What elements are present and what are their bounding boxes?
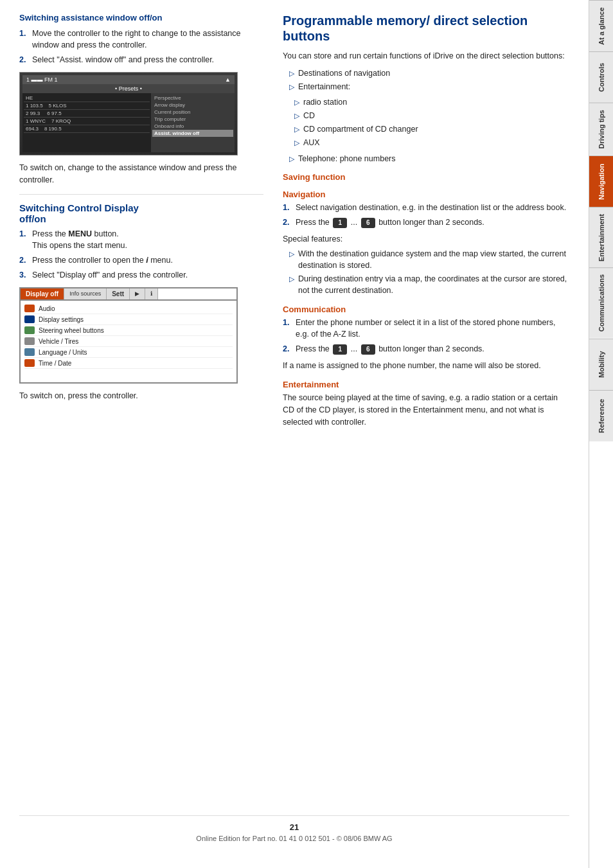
sidebar: At a glance Controls Driving tips Naviga… (589, 0, 613, 868)
entertainment-sub-list: ▷ radio station ▷ CD ▷ CD compartment of… (294, 96, 569, 149)
display-off-screenshot: Display off Info sources Sett ▶ ℹ Audio (19, 287, 238, 384)
sidebar-tab-at-a-glance[interactable]: At a glance (589, 0, 613, 51)
entertainment-text: The source being played at the time of s… (283, 392, 569, 428)
info-sources-tab: Info sources (64, 288, 107, 299)
sidebar-tab-controls[interactable]: Controls (589, 51, 613, 103)
display-off-tab: Display off (21, 288, 64, 299)
step-item: 3. Select "Display off" and press the co… (19, 269, 263, 281)
phone-bullet-list: ▷ Telephone: phone numbers (289, 153, 569, 164)
right-main-heading: Programmable memory/ direct selection bu… (283, 13, 569, 44)
comm-outro: If a name is assigned to the phone numbe… (283, 360, 569, 372)
comm-step-1: 1. Enter the phone number or select it i… (283, 317, 569, 340)
info-tab: ℹ (145, 288, 158, 299)
sidebar-tab-reference[interactable]: Reference (589, 390, 613, 441)
vehicle-icon (24, 337, 35, 345)
bullet-phone: ▷ Telephone: phone numbers (289, 153, 569, 164)
navigation-subheading: Navigation (283, 190, 569, 199)
nav-step-2: 2. Press the 1 ... 6 button longer than … (283, 217, 569, 229)
audio-icon (24, 305, 35, 312)
screen-menu-list: Audio Display settings Steering wheel bu… (21, 301, 236, 371)
vehicle-item: Vehicle / Tires (24, 336, 233, 347)
nav-special-1: ▷ With the destination guidance system a… (289, 248, 569, 271)
comm-steps: 1. Enter the phone number or select it i… (283, 317, 569, 355)
step-item: 2. Press the controller to open the i me… (19, 254, 263, 266)
comm-step-2: 2. Press the 1 ... 6 button longer than … (283, 343, 569, 355)
section-control-display: Switching Control Displayoff/on 1. Press… (19, 202, 263, 402)
sidebar-tab-mobility[interactable]: Mobility (589, 339, 613, 390)
entertainment-subheading: Entertainment (283, 380, 569, 389)
btn-1-comm-badge: 1 (333, 344, 347, 355)
nav-special-list: ▷ With the destination guidance system a… (289, 248, 569, 297)
screen-tabs: Display off Info sources Sett ▶ ℹ (21, 288, 236, 301)
assistance-window-heading: Switching assistance window off/on (19, 13, 263, 22)
sidebar-tab-driving-tips[interactable]: Driving tips (589, 103, 613, 155)
bullet-cd: ▷ CD (294, 110, 569, 121)
steering-icon (24, 326, 35, 334)
right-intro: You can store and run certain functions … (283, 50, 569, 62)
time-item: Time / Date (24, 358, 233, 369)
step-item: 1. Press the MENU button.This opens the … (19, 228, 263, 251)
btn-6-badge: 6 (361, 218, 375, 229)
control-display-steps: 1. Press the MENU button.This opens the … (19, 228, 263, 281)
sidebar-tab-navigation[interactable]: Navigation (589, 155, 613, 207)
display-outro: To switch on, press the controller. (19, 390, 263, 402)
audio-item: Audio (24, 303, 233, 314)
bullet-aux: ▷ AUX (294, 137, 569, 148)
btn-1-badge: 1 (333, 218, 347, 229)
time-icon (24, 359, 35, 367)
language-item: Language / Units (24, 347, 233, 358)
section-assistance-window: Switching assistance window off/on 1. Mo… (19, 13, 263, 186)
page-number: 21 (19, 822, 569, 832)
communication-subheading: Communication (283, 305, 569, 314)
assistance-outro: To switch on, change to the assistance w… (19, 162, 263, 186)
saving-heading: Saving function (283, 172, 569, 182)
bullet-radio: ▷ radio station (294, 96, 569, 108)
special-features-label: Special features: (283, 233, 569, 245)
display-icon (24, 315, 35, 323)
sidebar-tab-communications[interactable]: Communications (589, 267, 613, 338)
nav-step-1: 1. Select navigation destination, e.g. i… (283, 202, 569, 213)
assistance-window-steps: 1. Move the controller to the right to c… (19, 28, 263, 66)
control-display-heading: Switching Control Displayoff/on (19, 202, 263, 224)
assistance-screenshot: 1 ▬▬ FM 1 ▲ • Presets • HE 1 103.5 5 KLO… (19, 72, 238, 155)
sidebar-tab-entertainment[interactable]: Entertainment (589, 207, 613, 268)
nav-special-2: ▷ During destination entry via a map, th… (289, 273, 569, 296)
btn-6-comm-badge: 6 (361, 344, 375, 355)
steering-item: Steering wheel buttons (24, 325, 233, 336)
step-item: 2. Select "Assist. window off" and press… (19, 54, 263, 66)
settings-tab: Sett (107, 288, 130, 299)
section-divider (19, 194, 263, 195)
display-settings-item: Display settings (24, 314, 233, 325)
next-tab: ▶ (130, 288, 145, 299)
page-footer: 21 Online Edition for Part no. 01 41 0 0… (19, 815, 569, 842)
bullet-destinations: ▷ Destinations of navigation (289, 67, 569, 79)
bullet-cd-changer: ▷ CD compartment of CD changer (294, 123, 569, 135)
nav-steps: 1. Select navigation destination, e.g. i… (283, 202, 569, 229)
bullet-entertainment: ▷ Entertainment: (289, 81, 569, 93)
right-bullet-list: ▷ Destinations of navigation ▷ Entertain… (289, 67, 569, 93)
step-item: 1. Move the controller to the right to c… (19, 28, 263, 51)
language-icon (24, 348, 35, 356)
copyright-text: Online Edition for Part no. 01 41 0 012 … (19, 835, 569, 842)
